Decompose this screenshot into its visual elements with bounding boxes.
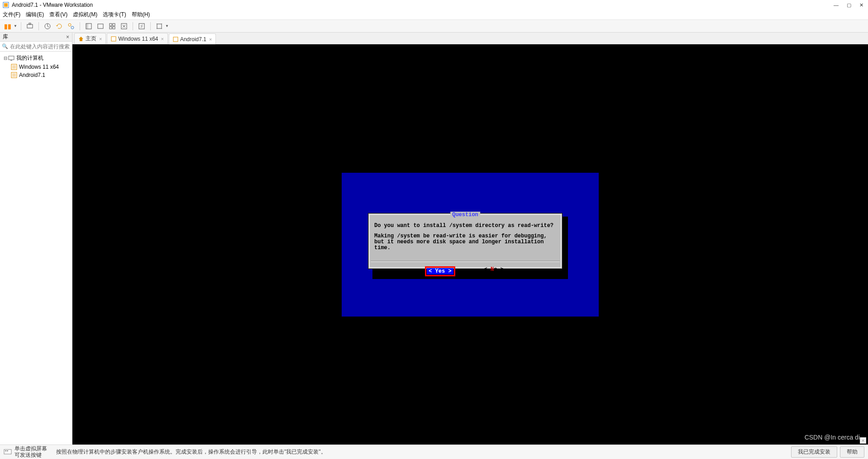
svg-rect-18 <box>10 60 12 61</box>
snapshot-manager-button[interactable] <box>66 21 76 31</box>
tab-bar: 主页 × Windows 11 x64 × Android7.1 × <box>72 33 868 44</box>
dialog-line1: Do you want to install /system directory… <box>374 223 556 229</box>
question-dialog: Question Do you want to install /system … <box>368 213 563 269</box>
no-rest: o > <box>494 266 504 273</box>
help-button[interactable]: 帮助 <box>840 446 864 458</box>
home-icon <box>78 36 84 42</box>
svg-rect-9 <box>98 24 103 28</box>
tab-close-icon[interactable]: × <box>209 37 212 42</box>
svg-rect-24 <box>173 37 178 42</box>
menu-edit[interactable]: 编辑(E) <box>26 11 44 19</box>
sidebar-search: 🔍 ▼ <box>0 42 72 52</box>
no-prefix: < <box>484 266 491 273</box>
hint-text: 单击虚拟屏幕 可发送按键 <box>14 446 47 458</box>
dialog-line2: Making /system be read-write is easier f… <box>374 233 556 251</box>
tab-close-icon[interactable]: × <box>161 36 163 42</box>
tab-label: 主页 <box>86 35 96 43</box>
tab-android71[interactable]: Android7.1 × <box>169 33 216 44</box>
svg-rect-8 <box>86 24 88 29</box>
tree-item-label: Android7.1 <box>19 72 45 78</box>
library-tree: ⊟ 我的计算机 Windows 11 x64 Android7.1 <box>0 52 72 81</box>
window-close-button[interactable]: ✕ <box>858 2 865 8</box>
svg-rect-20 <box>12 65 16 69</box>
snapshot-revert-button[interactable] <box>54 21 64 31</box>
svg-rect-27 <box>7 450 8 451</box>
menu-file[interactable]: 文件(F) <box>3 11 20 19</box>
menu-help[interactable]: 帮助(H) <box>132 11 150 19</box>
yes-button-highlight: < Yes > <box>425 266 455 276</box>
sidebar-title: 库 <box>3 33 8 41</box>
stretch-dropdown-icon[interactable]: ▼ <box>165 24 169 28</box>
vm-icon <box>173 37 178 42</box>
app-icon <box>3 2 9 8</box>
tab-home[interactable]: 主页 × <box>74 33 106 44</box>
toolbar-separator <box>150 22 151 30</box>
vm-icon <box>111 36 116 42</box>
menu-tabs[interactable]: 选项卡(T) <box>103 11 126 19</box>
toolbar-separator <box>80 22 80 30</box>
tree-vm-item[interactable]: Android7.1 <box>8 71 72 79</box>
content-area: 主页 × Windows 11 x64 × Android7.1 × Quest… <box>72 33 868 445</box>
window-minimize-button[interactable]: — <box>832 2 840 8</box>
view-console-button[interactable] <box>95 21 105 31</box>
fullscreen-button[interactable] <box>137 21 147 31</box>
toolbar: ▮▮ ▼ ▼ <box>0 20 868 33</box>
view-single-button[interactable] <box>84 21 94 31</box>
svg-rect-23 <box>111 37 116 41</box>
toolbar-separator <box>133 22 133 30</box>
dialog-separator <box>371 261 560 262</box>
yes-button[interactable]: < Yes > <box>427 268 453 274</box>
tab-label: Windows 11 x64 <box>118 36 158 42</box>
tab-label: Android7.1 <box>180 36 206 43</box>
tree-root-label: 我的计算机 <box>16 54 43 62</box>
tree-vm-item[interactable]: Windows 11 x64 <box>8 63 72 71</box>
svg-rect-16 <box>157 24 162 28</box>
install-done-button[interactable]: 我已完成安装 <box>791 446 837 458</box>
send-ctrl-alt-del-button[interactable] <box>25 21 35 31</box>
stretch-button[interactable] <box>154 21 164 31</box>
window-title: Android7.1 - VMware Workstation <box>12 2 832 8</box>
view-thumbnail-button[interactable] <box>107 21 117 31</box>
svg-rect-12 <box>110 27 112 29</box>
search-icon: 🔍 <box>2 43 8 49</box>
svg-point-6 <box>71 26 74 29</box>
status-bar: 单击虚拟屏幕 可发送按键 按照在物理计算机中的步骤安装客户机操作系统。完成安装后… <box>0 445 868 459</box>
dialog-title: Question <box>450 212 480 218</box>
vm-icon <box>11 64 17 70</box>
pause-button[interactable]: ▮▮ <box>3 21 13 31</box>
sidebar-header: 库 × <box>0 33 72 42</box>
view-unity-button[interactable] <box>119 21 129 31</box>
hint-line2: 可发送按键 <box>14 452 47 458</box>
tab-windows11[interactable]: Windows 11 x64 × <box>107 33 167 44</box>
window-maximize-button[interactable]: ▢ <box>845 2 853 8</box>
statusbar-close-icon[interactable]: × <box>860 437 866 444</box>
svg-rect-2 <box>27 24 33 28</box>
svg-rect-11 <box>113 24 115 26</box>
vm-display[interactable]: Question Do you want to install /system … <box>72 44 868 445</box>
toolbar-separator <box>21 22 21 30</box>
menu-vm[interactable]: 虚拟机(M) <box>73 11 97 19</box>
watermark: CSDN @In cerca di <box>805 434 860 441</box>
svg-rect-25 <box>4 450 11 454</box>
sidebar-close-button[interactable]: × <box>66 34 69 40</box>
dialog-body: Do you want to install /system directory… <box>370 215 561 260</box>
hint-line1: 单击虚拟屏幕 <box>14 446 47 452</box>
tab-close-icon[interactable]: × <box>99 36 102 42</box>
menu-bar: 文件(F) 编辑(E) 查看(V) 虚拟机(M) 选项卡(T) 帮助(H) <box>0 10 868 20</box>
search-input[interactable] <box>10 43 78 50</box>
svg-rect-3 <box>29 23 31 24</box>
computer-icon <box>8 55 14 62</box>
vm-icon <box>11 72 17 78</box>
tree-root[interactable]: ⊟ 我的计算机 <box>0 53 72 63</box>
installer-bluescreen: Question Do you want to install /system … <box>342 173 599 317</box>
tree-item-label: Windows 11 x64 <box>19 64 59 70</box>
expander-icon[interactable]: ⊟ <box>3 56 8 61</box>
install-instruction: 按照在物理计算机中的步骤安装客户机操作系统。完成安装后，操作系统会进行引导，此时… <box>56 448 788 456</box>
dialog-button-row: < Yes > < No > <box>370 264 561 278</box>
library-sidebar: 库 × 🔍 ▼ ⊟ 我的计算机 Windows 11 x64 Android7 <box>0 33 72 445</box>
snapshot-take-button[interactable] <box>43 21 52 31</box>
svg-rect-22 <box>12 73 16 77</box>
no-button[interactable]: < No > <box>482 266 506 276</box>
menu-view[interactable]: 查看(V) <box>49 11 67 19</box>
pause-dropdown-icon[interactable]: ▼ <box>14 24 17 28</box>
